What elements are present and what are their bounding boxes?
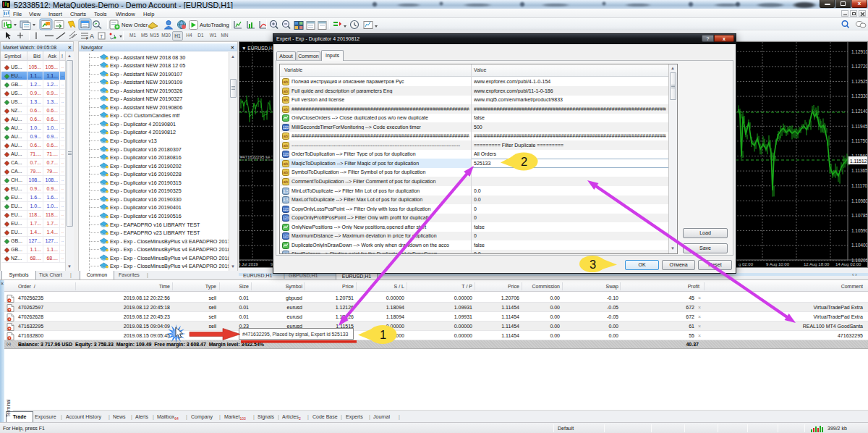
svg-text:3: 3 [590, 258, 596, 271]
svg-text:1: 1 [380, 328, 386, 341]
svg-text:#471632295, Placed by signal,: #471632295, Placed by signal, Expert id … [242, 332, 348, 337]
svg-text:2: 2 [521, 155, 527, 168]
